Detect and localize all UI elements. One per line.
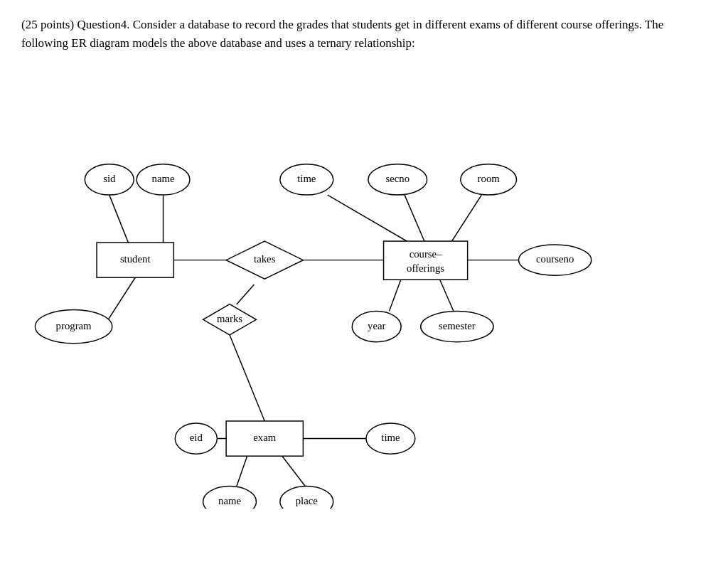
attr-name-student-label: name [152, 173, 175, 184]
svg-line-9 [450, 195, 481, 244]
svg-line-8 [405, 195, 426, 244]
attr-secno-label: secno [385, 173, 410, 184]
attr-year-label: year [368, 319, 385, 331]
rel-marks-label: marks [217, 312, 242, 324]
attr-time-co-label: time [297, 173, 316, 184]
attr-courseno-label: courseno [536, 253, 574, 265]
svg-line-12 [439, 279, 454, 311]
entity-student-label: student [120, 253, 151, 265]
svg-line-15 [282, 456, 305, 486]
svg-line-5 [237, 285, 255, 304]
attr-semester-label: semester [439, 319, 476, 331]
rel-takes-label: takes [254, 253, 276, 265]
entity-co-label1: course– [410, 248, 442, 260]
svg-line-11 [389, 279, 401, 311]
svg-line-6 [230, 335, 264, 421]
attr-eid-label: eid [190, 432, 203, 443]
attr-room-label: room [478, 173, 500, 184]
attr-time-exam-label: time [381, 432, 400, 443]
svg-line-7 [328, 195, 412, 244]
attr-place-label: place [296, 494, 318, 506]
entity-exam-label: exam [253, 432, 276, 443]
attr-name-exam-label: name [218, 494, 241, 506]
entity-co-label2: offerings [407, 262, 444, 274]
er-diagram: student course– offerings exam takes mar… [0, 68, 728, 509]
attr-program-label: program [56, 319, 92, 331]
question-text: (25 points) Question4. Consider a databa… [0, 0, 728, 60]
attr-sid-label: sid [103, 173, 116, 184]
entity-course-offerings [384, 241, 468, 280]
svg-line-14 [237, 456, 247, 486]
